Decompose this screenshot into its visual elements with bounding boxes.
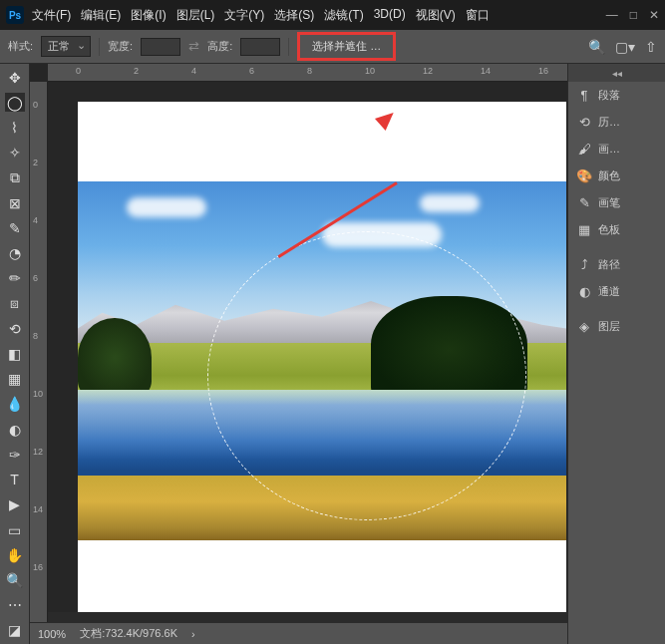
menu-bar: 文件(F) 编辑(E) 图像(I) 图层(L) 文字(Y) 选择(S) 滤镜(T… xyxy=(32,7,606,24)
ruler-horizontal[interactable]: 0 2 4 6 8 10 12 14 16 xyxy=(48,64,567,82)
panel-layers[interactable]: ◈图层 xyxy=(568,313,665,340)
panel-label: 段落 xyxy=(598,88,620,103)
menu-layer[interactable]: 图层(L) xyxy=(176,7,215,24)
menu-type[interactable]: 文字(Y) xyxy=(224,7,264,24)
ruler-tick: 10 xyxy=(33,389,43,399)
search-icon[interactable]: 🔍 xyxy=(588,39,605,55)
menu-filter[interactable]: 滤镜(T) xyxy=(324,7,363,24)
panel-channels[interactable]: ◐通道 xyxy=(568,278,665,305)
ruler-tick: 10 xyxy=(365,66,375,76)
ruler-tick: 0 xyxy=(33,100,38,110)
doc-info[interactable]: 文档:732.4K/976.6K xyxy=(80,626,177,641)
magic-wand-tool[interactable]: ✧ xyxy=(5,144,25,162)
panel-swatches[interactable]: ▦色板 xyxy=(568,216,665,243)
share-icon[interactable]: ⇧ xyxy=(645,39,657,55)
eyedropper-tool[interactable]: ✎ xyxy=(5,218,25,237)
panel-history[interactable]: ⟲历… xyxy=(568,109,665,136)
close-button[interactable]: ✕ xyxy=(649,8,659,22)
workspace-icon[interactable]: ▢▾ xyxy=(615,39,635,55)
zoom-level[interactable]: 100% xyxy=(38,628,66,640)
canvas-area[interactable] xyxy=(48,82,567,612)
healing-tool[interactable]: ◔ xyxy=(5,244,25,263)
grass-front xyxy=(78,476,566,540)
color-swatch[interactable]: ◪ xyxy=(5,621,25,640)
panel-label: 路径 xyxy=(598,257,620,272)
options-bar: 样式: 正常 宽度: ⇄ 高度: 选择并遮住 … 🔍 ▢▾ ⇧ xyxy=(0,30,665,64)
menu-view[interactable]: 视图(V) xyxy=(416,7,456,24)
ruler-tick: 16 xyxy=(33,562,43,572)
minimize-button[interactable]: — xyxy=(606,8,618,22)
paths-icon: ⤴ xyxy=(576,257,592,272)
height-label: 高度: xyxy=(207,39,232,54)
scrollbar-horizontal[interactable] xyxy=(30,612,567,622)
panel-paragraph[interactable]: ¶段落 xyxy=(568,82,665,109)
panel-label: 颜色 xyxy=(598,168,620,183)
panel-brush-presets[interactable]: 🖌画… xyxy=(568,136,665,162)
menu-3d[interactable]: 3D(D) xyxy=(374,7,406,24)
dock-toggle[interactable]: ◂◂ xyxy=(568,64,665,82)
channels-icon: ◐ xyxy=(576,284,592,299)
ruler-tick: 8 xyxy=(33,331,38,341)
move-tool[interactable]: ✥ xyxy=(5,68,25,87)
frame-tool[interactable]: ⊠ xyxy=(5,193,25,212)
height-input[interactable] xyxy=(240,38,280,56)
more-tools[interactable]: ⋯ xyxy=(5,596,25,615)
lake-reflection xyxy=(78,390,566,461)
paragraph-icon: ¶ xyxy=(576,88,592,103)
path-select-tool[interactable]: ▶ xyxy=(5,495,25,514)
swap-icon[interactable]: ⇄ xyxy=(188,39,199,54)
separator xyxy=(99,38,100,56)
tree-left xyxy=(78,318,152,397)
shape-tool[interactable]: ▭ xyxy=(5,520,25,539)
ruler-tick: 12 xyxy=(33,447,43,457)
title-bar: Ps 文件(F) 编辑(E) 图像(I) 图层(L) 文字(Y) 选择(S) 滤… xyxy=(0,0,665,30)
status-bar: 100% 文档:732.4K/976.6K › xyxy=(30,622,567,644)
pen-tool[interactable]: ✑ xyxy=(5,445,25,464)
maximize-button[interactable]: □ xyxy=(630,8,637,22)
status-chevron-icon[interactable]: › xyxy=(191,628,195,640)
brush-icon: 🖌 xyxy=(576,142,592,157)
brush-tool[interactable]: ✏ xyxy=(5,269,25,288)
options-right-icons: 🔍 ▢▾ ⇧ xyxy=(588,39,657,55)
menu-file[interactable]: 文件(F) xyxy=(32,7,71,24)
tree-right xyxy=(371,296,527,404)
panel-brushes[interactable]: ✎画笔 xyxy=(568,189,665,216)
panel-color[interactable]: 🎨颜色 xyxy=(568,162,665,189)
type-tool[interactable]: T xyxy=(5,471,25,489)
history-brush-tool[interactable]: ⟲ xyxy=(5,319,25,338)
ruler-vertical[interactable]: 0 2 4 6 8 10 12 14 16 xyxy=(30,82,48,622)
ruler-tick: 6 xyxy=(33,273,38,283)
menu-window[interactable]: 窗口 xyxy=(466,7,490,24)
blur-tool[interactable]: 💧 xyxy=(5,395,25,414)
hand-tool[interactable]: ✋ xyxy=(5,545,25,564)
ruler-tick: 4 xyxy=(191,66,196,76)
crop-tool[interactable]: ⧉ xyxy=(5,168,25,187)
menu-edit[interactable]: 编辑(E) xyxy=(81,7,121,24)
width-input[interactable] xyxy=(141,38,180,56)
window-controls: — □ ✕ xyxy=(606,8,659,22)
menu-select[interactable]: 选择(S) xyxy=(274,7,314,24)
canvas-wrap: 0 2 4 6 8 10 12 14 16 0 2 4 6 8 10 12 14… xyxy=(30,64,567,644)
main-area: ✥ ◯ ⌇ ✧ ⧉ ⊠ ✎ ◔ ✏ ⧇ ⟲ ◧ ▦ 💧 ◐ ✑ T ▶ ▭ ✋ … xyxy=(0,64,665,644)
right-dock: ◂◂ ¶段落 ⟲历… 🖌画… 🎨颜色 ✎画笔 ▦色板 ⤴路径 ◐通道 ◈图层 xyxy=(567,64,665,644)
ruler-tick: 2 xyxy=(134,66,139,76)
dodge-tool[interactable]: ◐ xyxy=(5,420,25,439)
clone-tool[interactable]: ⧇ xyxy=(5,294,25,313)
eraser-tool[interactable]: ◧ xyxy=(5,344,25,363)
style-select[interactable]: 正常 xyxy=(41,36,91,57)
panel-label: 通道 xyxy=(598,284,620,299)
menu-image[interactable]: 图像(I) xyxy=(131,7,166,24)
ruler-tick: 6 xyxy=(249,66,254,76)
select-and-mask-button[interactable]: 选择并遮住 … xyxy=(297,32,396,61)
gradient-tool[interactable]: ▦ xyxy=(5,370,25,389)
marquee-tool[interactable]: ◯ xyxy=(5,93,25,112)
zoom-tool[interactable]: 🔍 xyxy=(5,570,25,589)
history-icon: ⟲ xyxy=(576,115,592,130)
document-canvas[interactable] xyxy=(78,102,566,612)
lasso-tool[interactable]: ⌇ xyxy=(5,118,25,137)
panel-label: 图层 xyxy=(598,319,620,334)
panel-paths[interactable]: ⤴路径 xyxy=(568,251,665,278)
layers-icon: ◈ xyxy=(576,319,592,334)
app-logo: Ps xyxy=(6,6,24,24)
ruler-tick: 12 xyxy=(423,66,433,76)
